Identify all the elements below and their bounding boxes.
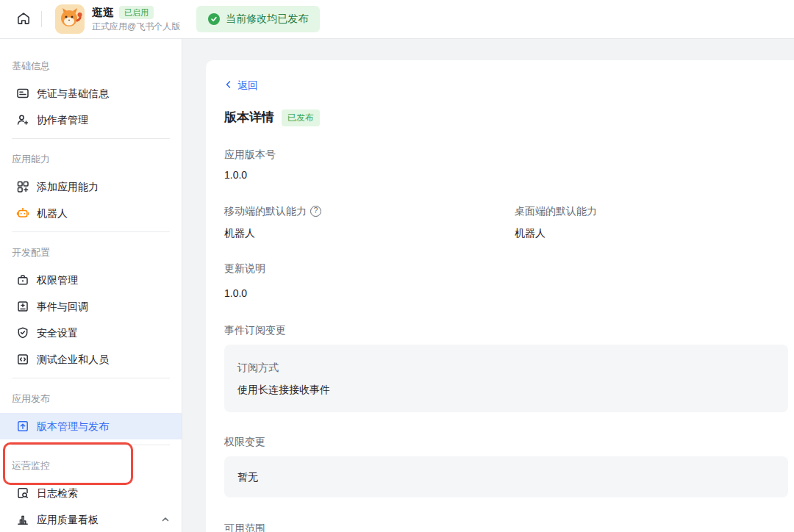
app-name: 逛逛 [92,6,114,19]
sidebar-item-label: 应用质量看板 [37,512,154,527]
code-box-icon [16,353,29,366]
event-subscription-box: 订阅方式 使用长连接接收事件 [224,345,788,412]
sidebar-section-monitoring: 运营监控 [12,459,170,472]
app-window: 逛逛 已启用 正式应用@飞书个人版 当前修改均已发布 基础信息 [0,0,794,532]
sidebar-item-label: 版本管理与发布 [37,419,170,434]
sidebar-item-quality-dashboard[interactable]: 应用质量看板 [0,506,182,532]
desktop-capability-value: 机器人 [515,226,597,240]
sidebar-item-label: 测试企业和人员 [37,352,170,367]
mobile-capability-label: 移动端的默认能力 ? [224,204,515,218]
sidebar-divider [12,378,170,378]
version-number-label: 应用版本号 [224,147,788,162]
permission-change-value: 暂无 [237,470,775,484]
sidebar-section-capabilities: 应用能力 [12,153,170,166]
sidebar-item-label: 凭证与基础信息 [37,86,170,101]
topbar-divider [41,11,42,27]
sidebar-item-events-callbacks[interactable]: 事件与回调 [0,293,182,320]
mobile-capability-value: 机器人 [224,226,515,240]
topbar: 逛逛 已启用 正式应用@飞书个人版 当前修改均已发布 [0,0,794,39]
sidebar-item-collaborators[interactable]: 协作者管理 [0,107,182,133]
sidebar-item-label: 添加应用能力 [37,179,170,194]
sidebar-item-bot[interactable]: 机器人 [0,200,182,226]
person-add-icon [16,113,29,126]
upload-box-icon [16,420,29,433]
home-icon [15,10,32,29]
grid-add-icon [16,180,29,193]
page-title: 版本详情 [224,109,274,126]
id-card-icon [16,87,29,100]
sidebar-divider [12,138,170,139]
sidebar-section-basic-info: 基础信息 [12,60,170,73]
sidebar-item-label: 协作者管理 [37,112,170,127]
update-notes-label: 更新说明 [224,261,788,276]
log-search-icon [16,486,29,500]
version-detail-card: 返回 版本详情 已发布 应用版本号 1.0.0 移动端的默认能力 ? 机器人 [206,60,794,532]
square-plus-icon [16,300,29,313]
sidebar-item-credentials[interactable]: 凭证与基础信息 [0,80,182,107]
robot-icon [16,206,29,220]
chevron-up-icon[interactable] [161,515,170,524]
back-link[interactable]: 返回 [224,78,258,93]
subscription-method-label: 订阅方式 [237,360,775,375]
sidebar-divider [12,445,170,445]
publish-status-text: 当前修改均已发布 [226,12,308,26]
shield-check-icon [16,326,29,339]
update-notes-value: 1.0.0 [224,286,788,301]
published-badge: 已发布 [282,109,320,126]
sidebar-item-add-capability[interactable]: 添加应用能力 [0,173,182,200]
sidebar-item-label: 事件与回调 [37,299,170,314]
sidebar-item-label: 权限管理 [37,273,170,287]
sidebar-item-label: 安全设置 [37,326,170,340]
main-area: 返回 版本详情 已发布 应用版本号 1.0.0 移动端的默认能力 ? 机器人 [182,39,794,532]
briefcase-icon [16,273,29,287]
event-subscription-label: 事件订阅变更 [224,323,788,337]
version-number-value: 1.0.0 [224,168,788,182]
help-icon[interactable]: ? [310,206,321,217]
check-circle-icon [208,13,220,25]
app-enabled-badge: 已启用 [119,6,154,19]
permission-change-box: 暂无 [224,456,788,497]
sidebar: 基础信息 凭证与基础信息 协作者管理 [0,39,182,532]
app-meta: 逛逛 已启用 正式应用@飞书个人版 [92,6,180,33]
home-button[interactable] [12,7,35,31]
availability-label: 可用范围 [224,521,788,532]
sidebar-divider [12,231,170,232]
sidebar-item-test-org[interactable]: 测试企业和人员 [0,346,182,373]
sidebar-item-version-management[interactable]: 版本管理与发布 [0,413,182,439]
app-logo [55,4,85,34]
permission-change-label: 权限变更 [224,434,788,449]
publish-status-banner: 当前修改均已发布 [196,6,320,32]
sidebar-item-log-search[interactable]: 日志检索 [0,480,182,506]
chevron-left-icon [224,78,233,93]
sidebar-item-label: 机器人 [37,206,170,220]
app-subtitle: 正式应用@飞书个人版 [92,21,180,33]
sidebar-item-permissions[interactable]: 权限管理 [0,267,182,293]
bar-chart-icon [16,513,29,526]
back-link-label: 返回 [237,78,258,93]
desktop-capability-label: 桌面端的默认能力 [515,204,597,218]
sidebar-section-app-release: 应用发布 [12,392,170,406]
sidebar-section-dev-config: 开发配置 [12,246,170,259]
sidebar-item-security[interactable]: 安全设置 [0,320,182,346]
subscription-method-value: 使用长连接接收事件 [237,382,775,397]
sidebar-item-label: 日志检索 [37,486,170,500]
